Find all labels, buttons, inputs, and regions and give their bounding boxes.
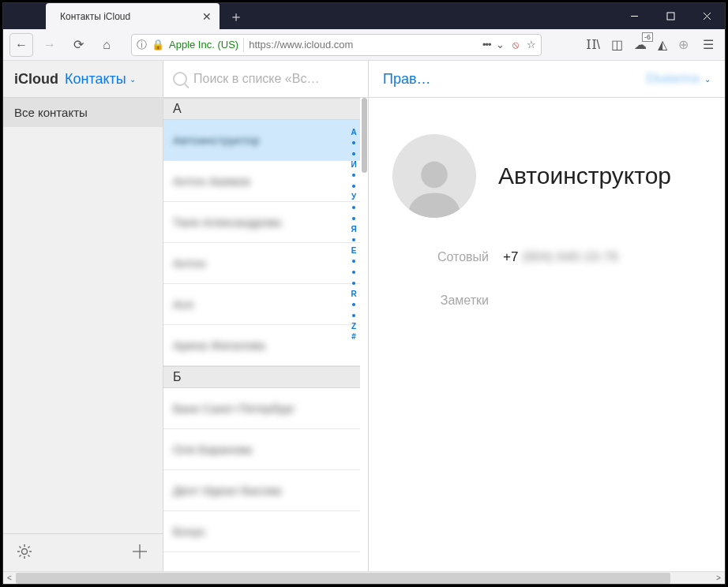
contact-list: ААвтоинструкторАнтон АкимовТаня Александ… [163, 98, 369, 571]
bookmark-star-icon[interactable]: ☆ [527, 39, 536, 50]
list-item[interactable]: Арина Жигалова [163, 325, 360, 366]
add-contact-button[interactable] [129, 541, 150, 565]
globe-icon[interactable]: ⊕ [678, 37, 689, 52]
chevron-down-icon: ⌄ [129, 75, 136, 84]
index-letter[interactable]: # [351, 332, 356, 341]
lock-icon: 🔒 [152, 39, 164, 50]
notes-label: Заметки [392, 294, 503, 308]
list-item[interactable]: Оля Баранова [163, 429, 360, 470]
list-item[interactable]: Банк Санкт-Петербург [163, 388, 360, 429]
tab-title: Контакты iCloud [60, 11, 196, 22]
close-tab-icon[interactable]: ✕ [202, 10, 212, 23]
svg-point-4 [22, 548, 28, 554]
home-button[interactable]: ⌂ [95, 33, 118, 57]
list-item[interactable]: Бонус [163, 511, 360, 552]
contact-detail: Автоинструктор Сотовый +7 (904) 640-10-7… [369, 98, 725, 571]
horizontal-scrollbar[interactable]: < > [3, 571, 725, 584]
list-item[interactable]: Автоинструктор [163, 120, 360, 161]
url-bar[interactable]: ⓘ 🔒 Apple Inc. (US) https://www.icloud.c… [131, 34, 542, 56]
sync-icon[interactable]: ☁-6 [634, 37, 647, 52]
contact-name: Автоинструктор [498, 163, 671, 189]
section-header: А [163, 98, 360, 120]
edit-button[interactable]: Прав… [383, 71, 431, 88]
tab-bar: Контакты iCloud ✕ ＋ [3, 3, 725, 29]
window-close-button[interactable] [689, 3, 725, 29]
library-icon[interactable]: 𝖨𝖨\ [586, 37, 600, 52]
sidebar-icon[interactable]: ◫ [611, 37, 623, 52]
window-maximize-button[interactable] [652, 3, 689, 29]
section-label: Контакты [65, 71, 126, 88]
app-header: iCloud Контакты ⌄ Поиск в списке «Вс… Пр… [3, 61, 725, 98]
phone-value[interactable]: +7 (904) 640-10-76 [503, 249, 618, 265]
vertical-scrollbar[interactable] [362, 98, 367, 173]
avatar [392, 134, 476, 218]
index-letter[interactable]: Е [351, 246, 357, 255]
back-button[interactable]: ← [9, 33, 33, 57]
phone-label: Сотовый [392, 250, 503, 264]
url-text: https://www.icloud.com [249, 39, 478, 50]
search-icon [173, 72, 187, 86]
window-minimize-button[interactable] [616, 3, 652, 29]
index-letter[interactable]: А [351, 128, 356, 136]
forward-button[interactable]: → [38, 33, 62, 57]
index-letter[interactable]: R [351, 290, 356, 298]
alpha-index[interactable]: АИУЯЕRZ# [347, 125, 360, 571]
site-owner: Apple Inc. (US) [169, 39, 238, 50]
settings-gear-icon[interactable] [16, 543, 33, 563]
page-actions-icon[interactable]: ••• [482, 39, 491, 50]
pocket-icon[interactable]: ⌄ [496, 39, 505, 50]
index-letter[interactable]: Z [351, 322, 356, 331]
svg-rect-1 [667, 13, 674, 20]
sidebar: Все контакты [3, 98, 163, 571]
section-dropdown[interactable]: Контакты ⌄ [65, 71, 136, 88]
block-icon[interactable]: ⦸ [512, 39, 519, 51]
index-letter[interactable]: И [351, 160, 356, 169]
reload-button[interactable]: ⟳ [66, 33, 90, 57]
index-letter[interactable]: У [351, 193, 356, 201]
list-item[interactable]: Антон Акимов [163, 161, 360, 202]
browser-tab[interactable]: Контакты iCloud ✕ [46, 3, 220, 29]
list-item[interactable]: Ася [163, 284, 360, 325]
list-item[interactable]: Антон [163, 243, 360, 284]
list-item[interactable]: Таня Александрова [163, 202, 360, 243]
svg-point-7 [421, 162, 448, 189]
index-letter[interactable]: Я [351, 225, 356, 234]
list-item[interactable]: Дент Идеал Басова [163, 470, 360, 511]
sidebar-item-all-contacts[interactable]: Все контакты [3, 98, 163, 127]
menu-icon[interactable]: ☰ [703, 37, 714, 52]
site-info-icon[interactable]: ⓘ [137, 38, 147, 52]
search-input[interactable]: Поиск в списке «Вс… [193, 72, 319, 86]
user-menu[interactable]: Ekaterina [646, 72, 700, 86]
address-bar: ← → ⟳ ⌂ ⓘ 🔒 Apple Inc. (US) https://www.… [3, 29, 725, 61]
chevron-down-icon: ⌄ [704, 75, 711, 84]
brand-label: iCloud [14, 71, 58, 88]
section-header: Б [163, 366, 360, 388]
drive-icon[interactable]: ◭ [658, 37, 667, 52]
new-tab-button[interactable]: ＋ [220, 7, 253, 26]
